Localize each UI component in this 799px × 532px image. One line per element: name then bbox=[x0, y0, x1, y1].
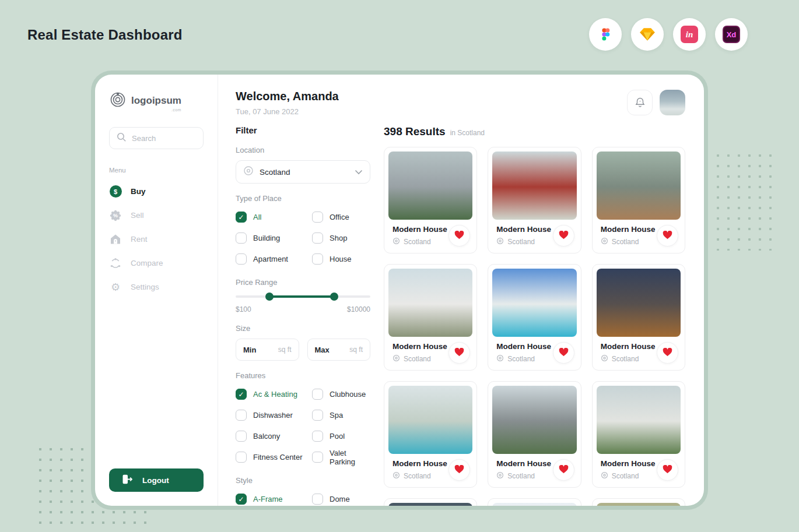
checkbox-clubhouse[interactable]: Clubhouse bbox=[312, 386, 370, 403]
property-card[interactable]: Modern HouseScotland bbox=[384, 264, 477, 371]
favorite-button[interactable] bbox=[553, 225, 574, 246]
property-card[interactable]: Modern HouseScotland bbox=[592, 147, 685, 253]
property-title: Modern House bbox=[496, 342, 551, 351]
sketch-icon[interactable] bbox=[631, 18, 664, 51]
property-photo-classic-house-lawn bbox=[388, 152, 472, 220]
location-pin-icon bbox=[243, 165, 254, 178]
heart-icon bbox=[663, 348, 672, 358]
checkbox-dome[interactable]: Dome bbox=[312, 491, 370, 506]
property-photo-red-roof-gables bbox=[492, 503, 576, 506]
checkbox-balcony[interactable]: Balcony bbox=[236, 428, 312, 445]
property-photo-white-modern-villa bbox=[388, 269, 472, 337]
checkbox-shop[interactable]: Shop bbox=[312, 230, 370, 246]
property-location: Scotland bbox=[612, 238, 639, 246]
checkbox-label: A-Frame bbox=[253, 495, 283, 503]
user-avatar[interactable] bbox=[660, 90, 685, 115]
compare-icon bbox=[109, 258, 122, 269]
sidebar-item-label: Settings bbox=[131, 283, 159, 291]
property-photo-gray-farmhouse bbox=[492, 386, 576, 454]
location-select[interactable]: Scotland bbox=[236, 160, 370, 184]
unchecked-checkbox-icon bbox=[312, 389, 323, 400]
favorite-button[interactable] bbox=[657, 459, 678, 481]
property-card[interactable]: Modern HouseScotland bbox=[384, 498, 477, 506]
dashboard-panel: logoipsum .com Menu $Buy%SellRentCompare… bbox=[95, 75, 704, 506]
size-min-input[interactable]: Min sq ft bbox=[236, 339, 299, 361]
location-pin-icon bbox=[601, 237, 608, 246]
location-pin-icon bbox=[601, 354, 608, 364]
checkbox-ac-heating[interactable]: ✓Ac & Heating bbox=[236, 386, 312, 403]
search-input[interactable] bbox=[132, 134, 196, 143]
location-value: Scotland bbox=[260, 168, 290, 177]
checkbox-label: Pool bbox=[330, 432, 345, 441]
property-card[interactable]: Modern HouseScotland bbox=[384, 381, 477, 488]
checkbox-fitness-center[interactable]: Fitness Center bbox=[236, 449, 312, 466]
chevron-down-icon bbox=[355, 167, 363, 177]
slider-handle-max[interactable] bbox=[330, 293, 338, 301]
property-card[interactable]: Modern HouseScotland bbox=[488, 381, 581, 488]
checkbox-house[interactable]: House bbox=[312, 251, 370, 267]
property-card[interactable]: Modern HouseScotland bbox=[592, 381, 685, 488]
features-label: Features bbox=[236, 371, 370, 380]
checkbox-dishwasher[interactable]: Dishwasher bbox=[236, 407, 312, 424]
checkbox-apartment[interactable]: Apartment bbox=[236, 251, 312, 267]
size-label: Size bbox=[236, 324, 370, 333]
sidebar-item-sell[interactable]: %Sell bbox=[109, 203, 204, 227]
search-box[interactable] bbox=[109, 127, 204, 149]
style-label: Style bbox=[236, 476, 370, 485]
property-photo-living-room-interior bbox=[597, 152, 681, 220]
checkbox-all[interactable]: ✓All bbox=[236, 209, 312, 226]
adobe-xd-icon[interactable]: Xd bbox=[715, 18, 748, 51]
sidebar-item-settings[interactable]: ⚙Settings bbox=[109, 275, 204, 299]
sidebar-item-compare[interactable]: Compare bbox=[109, 251, 204, 275]
figma-icon[interactable] bbox=[589, 18, 622, 51]
property-photo-modern-house-garden bbox=[597, 386, 681, 454]
property-title: Modern House bbox=[393, 342, 447, 351]
checkbox-pool[interactable]: Pool bbox=[312, 428, 370, 445]
sidebar-item-label: Buy bbox=[131, 187, 146, 196]
checkbox-spa[interactable]: Spa bbox=[312, 407, 370, 424]
checkbox-office[interactable]: Office bbox=[312, 209, 370, 226]
sidebar-item-buy[interactable]: $Buy bbox=[109, 179, 204, 203]
checkbox-a-frame[interactable]: ✓A-Frame bbox=[236, 491, 312, 506]
unchecked-checkbox-icon bbox=[312, 452, 323, 463]
favorite-button[interactable] bbox=[553, 459, 574, 481]
checkbox-label: Shop bbox=[330, 234, 347, 242]
property-photo-dark-trees-house bbox=[388, 503, 472, 506]
heart-icon bbox=[663, 465, 672, 475]
favorite-button[interactable] bbox=[657, 225, 678, 246]
page-title: Real Estate Dashboard bbox=[27, 27, 183, 43]
favorite-button[interactable] bbox=[553, 342, 574, 364]
price-min-label: $100 bbox=[236, 305, 251, 313]
size-min-unit: sq ft bbox=[278, 346, 292, 354]
favorite-button[interactable] bbox=[657, 342, 678, 364]
slider-handle-min[interactable] bbox=[265, 293, 274, 301]
notifications-button[interactable] bbox=[627, 90, 653, 115]
property-photo-a-frame-at-night bbox=[597, 269, 681, 337]
property-card[interactable]: Modern HouseScotland bbox=[488, 498, 581, 506]
property-card[interactable]: Modern HouseScotland bbox=[592, 264, 685, 371]
logo-spiral-icon bbox=[109, 91, 127, 111]
property-card[interactable]: Modern HouseScotland bbox=[488, 147, 581, 253]
style-group: ✓A-FrameDomeCottageSpanish bbox=[236, 491, 370, 506]
property-location: Scotland bbox=[404, 472, 431, 480]
price-range-slider bbox=[236, 293, 370, 301]
header-date: Tue, 07 June 2022 bbox=[236, 107, 339, 116]
property-photo-red-cabin-meadow bbox=[492, 152, 576, 220]
invision-icon[interactable]: in bbox=[673, 18, 706, 51]
property-location: Scotland bbox=[507, 355, 535, 363]
property-title: Modern House bbox=[496, 225, 551, 234]
size-max-input[interactable]: Max sq ft bbox=[307, 339, 371, 361]
favorite-button[interactable] bbox=[448, 225, 470, 246]
logout-button[interactable]: Logout bbox=[109, 468, 204, 492]
checkbox-building[interactable]: Building bbox=[236, 230, 312, 246]
favorite-button[interactable] bbox=[448, 459, 470, 481]
heart-icon bbox=[454, 465, 464, 475]
property-card[interactable]: Modern HouseScotland bbox=[384, 147, 477, 253]
checkbox-valet-parking[interactable]: Valet Parking bbox=[312, 449, 370, 466]
property-title: Modern House bbox=[601, 459, 656, 468]
property-card[interactable]: Modern HouseScotland bbox=[592, 498, 685, 506]
checkbox-label: All bbox=[253, 213, 261, 221]
sidebar-item-rent[interactable]: Rent bbox=[109, 227, 204, 251]
favorite-button[interactable] bbox=[448, 342, 470, 364]
property-card[interactable]: Modern HouseScotland bbox=[488, 264, 581, 371]
